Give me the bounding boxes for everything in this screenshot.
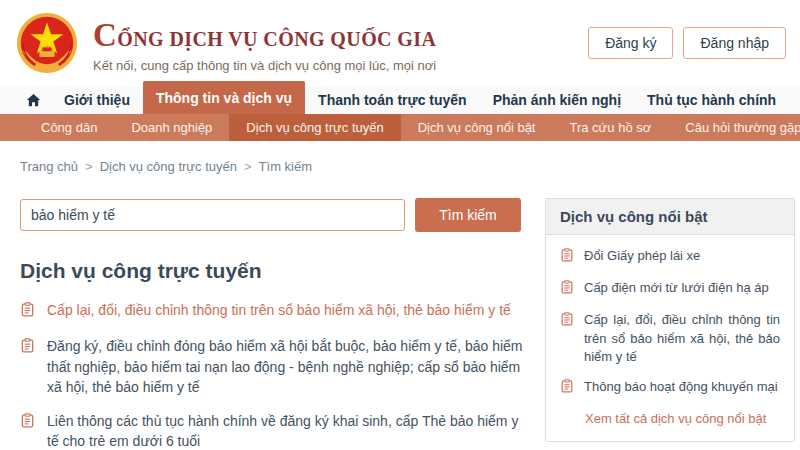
main-column: Tìm kiếm Dịch vụ công trực tuyến Cấp: [20, 198, 525, 450]
subnav-item-cau-hoi-thuong-gap[interactable]: Câu hỏi thường gặp: [668, 114, 800, 141]
nav-item-thong-tin-va-dich-vu[interactable]: Thông tin và dịch vụ: [143, 81, 305, 114]
result-text: Cấp lại, đổi, điều chỉnh thông tin trên …: [47, 300, 511, 320]
register-button[interactable]: Đăng ký: [588, 27, 673, 59]
site-title: CỔNG DỊCH VỤ CÔNG QUỐC GIA: [93, 17, 588, 53]
vietnam-emblem-logo: [15, 11, 79, 75]
featured-service-link[interactable]: Cấp lại, đổi, điều chỉnh thông tin trên …: [546, 299, 794, 366]
nav-item-ho-tro[interactable]: Hỗ trợ: [789, 86, 800, 114]
page: CỔNG DỊCH VỤ CÔNG QUỐC GIA Kết nối, cung…: [0, 0, 800, 450]
featured-services-heading: Dịch vụ công nổi bật: [546, 199, 794, 235]
content: Tìm kiếm Dịch vụ công trực tuyến Cấp: [0, 198, 800, 450]
breadcrumb-dich-vu-cong[interactable]: Dịch vụ công trực tuyến: [100, 159, 237, 174]
featured-service-text: Thông báo hoạt động khuyến mại: [584, 378, 778, 396]
home-nav-button[interactable]: [16, 86, 51, 114]
document-icon: [560, 280, 574, 299]
search-button[interactable]: Tìm kiếm: [415, 198, 521, 232]
result-text: Đăng ký, điều chỉnh đóng bảo hiểm xã hội…: [47, 336, 525, 397]
search-bar: Tìm kiếm: [20, 198, 525, 232]
document-icon: [560, 248, 574, 267]
document-icon: [20, 302, 35, 322]
featured-services-panel: Dịch vụ công nổi bật Đổi Giấy phép lái x…: [545, 198, 795, 442]
brand-block: CỔNG DỊCH VỤ CÔNG QUỐC GIA Kết nối, cung…: [93, 13, 588, 72]
subnav-item-dich-vu-cong-noi-bat[interactable]: Dịch vụ công nổi bật: [401, 114, 553, 141]
featured-service-link[interactable]: Thông báo hoạt động khuyến mại: [546, 366, 794, 398]
nav-item-thanh-toan-truc-tuyen[interactable]: Thanh toán trực tuyến: [305, 86, 480, 114]
featured-service-link[interactable]: Đổi Giấy phép lái xe: [546, 235, 794, 267]
subnav-item-tra-cuu-ho-so[interactable]: Tra cứu hồ sơ: [552, 114, 668, 141]
breadcrumb-separator: >: [85, 159, 93, 174]
login-button[interactable]: Đăng nhập: [683, 27, 786, 59]
vietnam-emblem-icon: [15, 11, 79, 75]
site-tagline: Kết nối, cung cấp thông tin và dịch vụ c…: [93, 58, 588, 73]
document-icon: [20, 338, 35, 358]
breadcrumb-separator: >: [244, 159, 252, 174]
breadcrumb: Trang chủ > Dịch vụ công trực tuyến > Tì…: [0, 141, 800, 174]
header: CỔNG DỊCH VỤ CÔNG QUỐC GIA Kết nối, cung…: [0, 0, 800, 86]
main-nav: Giới thiệu Thông tin và dịch vụ Thanh to…: [0, 86, 800, 114]
breadcrumb-tim-kiem: Tìm kiếm: [259, 159, 312, 174]
document-icon: [560, 312, 574, 331]
document-icon: [560, 379, 574, 398]
featured-service-link[interactable]: Cấp điện mới từ lưới điện hạ áp: [546, 267, 794, 299]
results-heading: Dịch vụ công trực tuyến: [20, 259, 525, 283]
featured-service-text: Cấp lại, đổi, điều chỉnh thông tin trên …: [584, 311, 780, 366]
featured-service-text: Cấp điện mới từ lưới điện hạ áp: [584, 279, 769, 297]
document-icon: [20, 413, 35, 433]
nav-item-phan-anh-kien-nghi[interactable]: Phản ánh kiến nghị: [480, 86, 634, 114]
nav-item-gioi-thieu[interactable]: Giới thiệu: [51, 86, 143, 114]
subnav-item-doanh-nghiep[interactable]: Doanh nghiệp: [114, 114, 229, 141]
auth-buttons: Đăng ký Đăng nhập: [588, 27, 786, 59]
result-link[interactable]: Liên thông các thủ tục hành chính về đăn…: [20, 411, 525, 450]
featured-service-text: Đổi Giấy phép lái xe: [584, 247, 700, 265]
nav-item-thu-tuc-hanh-chinh[interactable]: Thủ tục hành chính: [634, 86, 789, 114]
search-input[interactable]: [20, 199, 405, 231]
subnav-item-cong-dan[interactable]: Công dân: [24, 114, 114, 141]
result-text: Liên thông các thủ tục hành chính về đăn…: [47, 411, 525, 450]
view-all-featured-link[interactable]: Xem tất cả dịch vụ công nổi bật: [546, 398, 794, 441]
home-icon: [26, 93, 41, 108]
results-list: Cấp lại, đổi, điều chỉnh thông tin trên …: [20, 300, 525, 450]
subnav-item-dich-vu-cong-truc-tuyen[interactable]: Dịch vụ công trực tuyến: [229, 114, 400, 141]
sub-nav: Công dân Doanh nghiệp Dịch vụ công trực …: [0, 114, 800, 141]
result-link[interactable]: Đăng ký, điều chỉnh đóng bảo hiểm xã hội…: [20, 336, 525, 397]
breadcrumb-home[interactable]: Trang chủ: [20, 159, 78, 174]
result-link[interactable]: Cấp lại, đổi, điều chỉnh thông tin trên …: [20, 300, 525, 322]
